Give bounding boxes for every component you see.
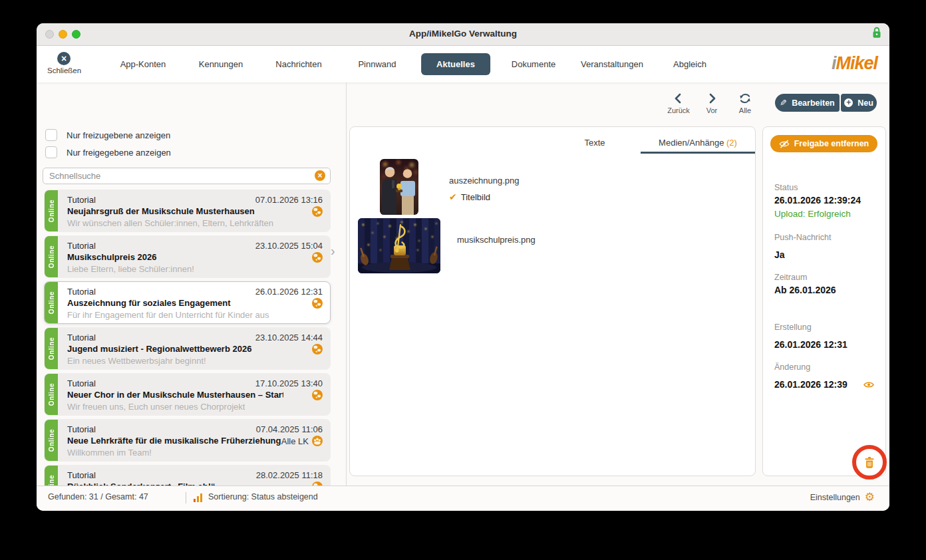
item-icons: Alle LK	[281, 436, 323, 446]
item-icons	[312, 252, 323, 263]
found-count: Gefunden: 31 / Gesamt: 47	[48, 492, 148, 501]
delete-trash-button[interactable]	[864, 457, 875, 468]
push-label: Push-Nachricht	[774, 233, 831, 242]
details-card: Freigabe entfernen Status 26.01.2026 12:…	[762, 126, 886, 476]
attachment-thumbnail-musikschulpreis[interactable]	[358, 218, 440, 273]
status-label: Status	[774, 183, 798, 192]
tab-aktuelles[interactable]: Aktuelles	[421, 53, 490, 75]
settings-label: Einstellungen	[810, 493, 860, 502]
checkbox-freizugebene[interactable]	[45, 129, 57, 141]
status-value: 26.01.2026 12:39:24	[774, 195, 861, 206]
titelbild-label: Titelbild	[461, 192, 490, 202]
item-category: Tutorial	[67, 333, 96, 343]
app-window: App/iMikelGo Verwaltung × Schließen App-…	[37, 23, 889, 511]
tab-medien-anhaenge[interactable]: Medien/Anhänge (2)	[659, 138, 737, 148]
item-category: Tutorial	[67, 470, 96, 480]
item-subtitle: Willkommen im Team!	[67, 448, 322, 458]
preview-eye-button[interactable]	[863, 380, 875, 388]
edit-label: Bearbeiten	[792, 98, 835, 108]
item-category: Tutorial	[67, 378, 96, 388]
tab-nachrichten[interactable]: Nachrichten	[275, 59, 321, 69]
search-clear-icon[interactable]: ×	[315, 170, 325, 181]
remove-release-button[interactable]: Freigabe entfernen	[770, 135, 877, 152]
tab-dokumente[interactable]: Dokumente	[512, 59, 555, 69]
item-datetime: 23.10.2025 15:04	[255, 241, 323, 251]
erstellung-value: 26.01.2026 12:31	[774, 339, 848, 350]
check-icon: ✔	[449, 192, 457, 202]
active-tab-underline	[641, 152, 755, 154]
statusbar-divider	[186, 492, 186, 503]
tab-texte[interactable]: Texte	[584, 138, 605, 148]
sort-order-text: Sortierung: Status absteigend	[208, 492, 318, 501]
forward-button[interactable]: Alle Vor	[694, 92, 729, 114]
globe-icon	[312, 252, 323, 263]
item-title: Neujahrsgruß der Musikschule Musterhause…	[67, 206, 283, 216]
tab-veranstaltungen[interactable]: Veranstaltungen	[581, 59, 643, 69]
filter-row-freizugebene: Nur freizugebene anzeigen	[45, 129, 170, 141]
chevron-left-icon	[672, 92, 685, 105]
panel-divider	[346, 82, 347, 486]
item-icons	[312, 298, 323, 309]
item-subtitle: Wir wünschen allen Schüler:innen, Eltern…	[67, 218, 322, 228]
attachment-thumbnail-auszeichnung[interactable]	[380, 159, 418, 215]
list-item[interactable]: Online Tutorial 23.10.2025 15:04 Musiksc…	[44, 235, 331, 278]
screenshot-stage: App/iMikelGo Verwaltung × Schließen App-…	[0, 0, 926, 560]
tab-app-konten[interactable]: App-Konten	[120, 59, 166, 69]
main-tab-bar: × Schließen App-Konten Kennungen Nachric…	[37, 46, 889, 82]
zeitraum-value: Ab 26.01.2026	[774, 285, 836, 295]
item-datetime: 26.01.2026 12:31	[255, 287, 323, 297]
status-badge: Online	[45, 374, 58, 415]
list-item[interactable]: Online Tutorial 17.10.2025 13:40 Neuer C…	[44, 373, 331, 416]
item-datetime: 17.10.2025 13:40	[255, 378, 323, 388]
item-title: Neuer Chor in der Musikschule Musterhaus…	[67, 390, 283, 400]
upload-status: Upload: Erfolgreich	[774, 209, 851, 219]
all-label: Alle	[728, 106, 762, 114]
list-item[interactable]: Online Tutorial 23.10.2025 14:44 Jugend …	[44, 327, 331, 370]
globe-icon	[312, 344, 323, 354]
item-title: Neue Lehrkräfte für die musikalische Frü…	[67, 436, 283, 446]
settings-button[interactable]: Einstellungen ⚙	[810, 491, 875, 503]
close-tab-button[interactable]: × Schließen	[47, 52, 80, 74]
erstellung-label: Erstellung	[774, 323, 812, 332]
item-datetime: 07.01.2026 13:16	[255, 195, 323, 205]
item-subtitle: Für ihr Engagement für den Unterricht fü…	[67, 310, 322, 320]
item-title: Auszeichnung für soziales Engagement	[67, 298, 283, 308]
tab-pinnwand[interactable]: Pinnwand	[358, 59, 396, 69]
back-button[interactable]: Zurück	[661, 92, 696, 114]
eye-slash-icon	[779, 140, 790, 148]
edit-button[interactable]: ✎ Bearbeiten	[775, 94, 840, 112]
remove-release-label: Freigabe entfernen	[794, 139, 869, 148]
search-input[interactable]	[43, 168, 331, 184]
checkbox-freigegebene[interactable]	[45, 146, 57, 158]
status-badge: Online	[45, 190, 58, 231]
reload-all-button[interactable]: Alle	[728, 92, 762, 114]
new-label: Neu	[857, 98, 873, 108]
item-right-label: Alle LK	[281, 436, 309, 446]
item-subtitle: Liebe Eltern, liebe Schüler:innen!	[67, 264, 322, 274]
list-item[interactable]: Online Tutorial 07.04.2025 11:06 Neue Le…	[44, 419, 331, 462]
checkbox-freizugebene-label: Nur freizugebene anzeigen	[67, 130, 170, 140]
item-datetime: 07.04.2025 11:06	[256, 424, 323, 434]
status-badge: Online	[45, 282, 58, 323]
status-badge: Online	[45, 420, 58, 461]
globe-icon	[312, 390, 323, 400]
item-category: Tutorial	[67, 287, 96, 297]
tab-abgleich[interactable]: Abgleich	[673, 59, 706, 69]
filter-row-freigegebene: Nur freigegebene anzeigen	[45, 146, 171, 158]
checkbox-freigegebene-label: Nur freigegebene anzeigen	[67, 148, 171, 158]
item-datetime: 23.10.2025 14:44	[255, 333, 323, 343]
item-datetime: 28.02.2025 11:18	[256, 470, 323, 480]
new-button[interactable]: + Neu	[841, 94, 877, 112]
list-item[interactable]: Online Tutorial 07.01.2026 13:16 Neujahr…	[44, 190, 331, 232]
tab-kennungen[interactable]: Kennungen	[199, 59, 243, 69]
status-badge: Online	[45, 328, 58, 369]
sort-bars-icon	[194, 493, 203, 502]
attachment-count: (2)	[726, 138, 737, 148]
imikel-logo: iMikel	[832, 53, 877, 74]
list-item[interactable]: Online Tutorial 28.02.2025 11:18 Rückbli…	[44, 465, 331, 486]
list-item-selected[interactable]: Online Tutorial 26.01.2026 12:31 Auszeic…	[44, 281, 331, 324]
item-icons	[312, 390, 323, 400]
eye-icon	[863, 380, 875, 389]
selected-item-chevron-icon: ›	[331, 243, 335, 259]
close-tab-label: Schließen	[47, 67, 80, 74]
